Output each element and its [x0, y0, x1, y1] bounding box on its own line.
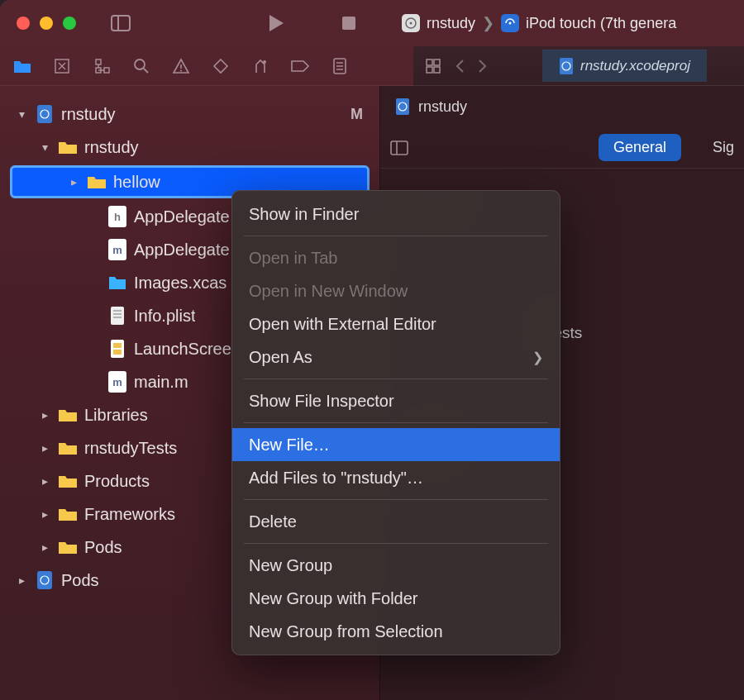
project-settings-tabs: General Sig	[380, 127, 744, 169]
svg-rect-9	[96, 60, 101, 64]
svg-rect-37	[113, 350, 122, 355]
stop-button[interactable]	[337, 12, 360, 35]
report-navigator-icon[interactable]	[329, 55, 351, 77]
menu-separator	[244, 379, 548, 379]
svg-rect-24	[434, 60, 440, 65]
tree-selected-label: hellow	[113, 173, 160, 192]
file-label: AppDelegate	[134, 207, 230, 226]
folder-icon	[58, 438, 78, 458]
nav-forward-icon[interactable]	[478, 59, 488, 74]
chevron-right-icon: ❯	[482, 14, 494, 32]
folder-icon	[58, 137, 78, 157]
breadcrumb-label: rnstudy	[418, 98, 467, 116]
toggle-sidebar-icon[interactable]	[109, 12, 132, 35]
context-menu: Show in Finder Open in Tab Open in New W…	[231, 190, 560, 655]
chevron-right-icon: ❯	[532, 350, 543, 365]
svg-point-18	[263, 60, 266, 64]
file-label: Images.xcas	[134, 274, 227, 293]
menu-open-in-tab: Open in Tab	[232, 241, 560, 274]
chevron-right-icon: ▸	[38, 474, 51, 488]
minimize-window-button[interactable]	[40, 17, 53, 30]
menu-delete[interactable]: Delete	[232, 505, 560, 538]
tab-signing[interactable]: Sig	[713, 139, 734, 156]
svg-rect-40	[396, 98, 409, 115]
grid-icon[interactable]	[425, 58, 441, 74]
folder-label: rnstudyTests	[84, 439, 177, 458]
menu-new-group-folder[interactable]: New Group with Folder	[232, 582, 560, 615]
zoom-window-button[interactable]	[63, 17, 76, 30]
tree-root-project[interactable]: ▾ rnstudy M	[5, 98, 374, 131]
pods-label: Pods	[61, 571, 99, 590]
file-label: LaunchScree	[134, 340, 231, 359]
svg-rect-29	[37, 105, 52, 123]
menu-separator	[244, 543, 548, 544]
svg-rect-42	[391, 141, 408, 155]
m-file-icon: m	[108, 371, 126, 393]
menu-add-files[interactable]: Add Files to "rnstudy"…	[232, 461, 560, 494]
toggle-panel-icon[interactable]	[390, 140, 408, 155]
test-navigator-icon[interactable]	[210, 55, 231, 77]
tree-group-label: rnstudy	[84, 138, 139, 157]
titlebar: rnstudy ❯ iPod touch (7th genera	[0, 0, 744, 46]
menu-separator	[244, 236, 548, 236]
breakpoint-navigator-icon[interactable]	[289, 55, 311, 77]
file-label: Info.plist	[134, 307, 195, 326]
open-file-tab[interactable]: rnstudy.xcodeproj	[542, 50, 707, 82]
chevron-right-icon: ▸	[38, 408, 51, 421]
scheme-device: iPod touch (7th genera	[526, 15, 676, 32]
folder-label: Pods	[84, 538, 122, 557]
svg-point-14	[135, 60, 145, 69]
symbol-navigator-icon[interactable]	[91, 55, 112, 77]
nav-back-icon[interactable]	[455, 59, 465, 74]
svg-rect-38	[37, 571, 52, 589]
issue-navigator-icon[interactable]	[170, 55, 192, 77]
plist-icon	[107, 306, 127, 326]
window-controls	[17, 17, 76, 30]
menu-show-file-inspector[interactable]: Show File Inspector	[232, 384, 560, 417]
assets-icon	[107, 273, 127, 293]
editor-breadcrumb[interactable]: rnstudy	[380, 86, 744, 127]
m-file-icon: m	[108, 239, 126, 260]
chevron-right-icon: ▸	[38, 540, 51, 554]
targets-partial-text: Tests	[546, 324, 719, 342]
tree-group-rnstudy[interactable]: ▾ rnstudy	[5, 131, 374, 164]
xcodeproj-icon	[395, 98, 410, 116]
scm-status-badge: M	[351, 106, 363, 123]
xcodeproj-icon	[35, 570, 55, 590]
xcodeproj-icon	[35, 104, 55, 124]
find-navigator-icon[interactable]	[131, 55, 152, 77]
source-control-navigator-icon[interactable]	[51, 55, 73, 77]
svg-point-17	[180, 69, 182, 71]
project-navigator-icon[interactable]	[12, 55, 33, 77]
tab-general[interactable]: General	[599, 134, 681, 161]
menu-new-file[interactable]: New File…	[232, 428, 560, 461]
menu-show-in-finder[interactable]: Show in Finder	[232, 198, 560, 231]
menu-open-external-editor[interactable]: Open with External Editor	[232, 307, 560, 340]
scheme-selector[interactable]: rnstudy ❯ iPod touch (7th genera	[402, 14, 676, 32]
folder-label: Frameworks	[84, 505, 175, 524]
menu-open-as[interactable]: Open As ❯	[232, 340, 560, 374]
file-label: main.m	[134, 373, 188, 392]
svg-rect-31	[111, 307, 124, 325]
device-icon	[501, 14, 519, 32]
editor-tab-bar: rnstudy.xcodeproj	[413, 46, 744, 86]
h-file-icon: h	[108, 206, 126, 227]
run-button[interactable]	[265, 12, 288, 35]
menu-separator	[244, 499, 548, 500]
open-tab-label: rnstudy.xcodeproj	[580, 58, 690, 74]
svg-point-5	[509, 22, 512, 25]
chevron-right-icon: ▸	[67, 175, 80, 188]
folder-icon	[87, 172, 107, 192]
menu-separator	[244, 422, 548, 423]
svg-rect-36	[113, 343, 122, 348]
debug-navigator-icon[interactable]	[250, 55, 271, 77]
chevron-right-icon: ▸	[38, 507, 51, 521]
chevron-down-icon: ▾	[38, 140, 51, 154]
folder-icon	[58, 537, 78, 557]
menu-new-group-selection[interactable]: New Group from Selection	[232, 615, 560, 648]
svg-rect-35	[111, 340, 124, 358]
menu-new-group[interactable]: New Group	[232, 549, 560, 582]
close-window-button[interactable]	[17, 17, 30, 30]
svg-rect-23	[427, 60, 432, 65]
file-label: AppDelegate	[134, 240, 230, 260]
